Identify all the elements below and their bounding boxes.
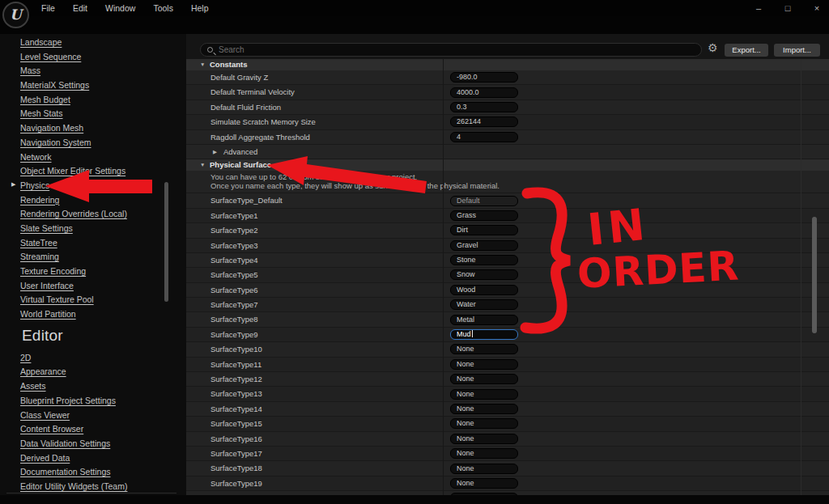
property-value-input[interactable]: Metal (450, 315, 518, 325)
sidebar-item-virtual-texture-pool[interactable]: Virtual Texture Pool (0, 291, 186, 306)
sidebar-scrollbar[interactable] (164, 182, 168, 302)
property-value-input[interactable]: Wood (450, 285, 518, 295)
sidebar-item-label: Class Viewer (20, 410, 70, 420)
sidebar-item-mesh-budget[interactable]: Mesh Budget (0, 91, 186, 106)
collapse-arrow-icon[interactable]: ▼ (200, 159, 205, 171)
property-value-input[interactable]: 4000.0 (450, 87, 518, 98)
sidebar-item-label: Level Sequence (20, 52, 81, 61)
sidebar-item-blueprint-project-settings[interactable]: Blueprint Project Settings (0, 392, 186, 407)
menu-edit[interactable]: Edit (64, 0, 96, 16)
property-value-input[interactable]: 262144 (450, 116, 518, 127)
settings-row-surfacetype15: SurfaceType15None (186, 417, 829, 431)
column-divider[interactable] (443, 59, 444, 495)
property-value-input[interactable]: Gravel (450, 240, 518, 251)
sidebar-item-navigation-system[interactable]: Navigation System (0, 134, 186, 149)
settings-row-surfacetype3: SurfaceType3Gravel (186, 239, 829, 253)
sidebar-item-statetree[interactable]: StateTree (0, 235, 186, 249)
sidebar-item-assets[interactable]: Assets (0, 378, 186, 392)
property-value-input[interactable]: None (450, 404, 518, 414)
sidebar-item-level-sequence[interactable]: Level Sequence (0, 49, 186, 63)
sidebar-item-texture-encoding[interactable]: Texture Encoding (0, 263, 186, 277)
sidebar-item-rendering-overrides-local[interactable]: Rendering Overrides (Local) (0, 205, 186, 220)
property-value-input[interactable]: None (450, 418, 518, 429)
sidebar-item-network[interactable]: Network (0, 149, 186, 163)
property-value-input[interactable]: Snow (450, 269, 518, 280)
sidebar-item-mass[interactable]: Mass (0, 62, 186, 77)
sidebar-item-label: Derived Data (20, 453, 70, 463)
sidebar-item-label: Network (20, 152, 52, 162)
sidebar-item-landscape[interactable]: Landscape (0, 34, 186, 49)
sidebar-item-world-partition[interactable]: World Partition (0, 306, 186, 320)
property-value-input[interactable]: 4 (450, 132, 518, 142)
sidebar-item-label: Documentation Settings (20, 467, 110, 476)
sidebar-item-label: Object Mixer Editor Settings (20, 166, 125, 176)
property-value-input[interactable]: Stone (450, 255, 518, 265)
sidebar-item-data-validation-settings[interactable]: Data Validation Settings (0, 435, 186, 450)
settings-row-surfacetype17: SurfaceType17None (186, 447, 829, 461)
main-scrollbar[interactable] (812, 217, 817, 333)
menu-tools[interactable]: Tools (144, 0, 182, 16)
sidebar-item-label: Appearance (20, 366, 66, 376)
sidebar-item-rendering[interactable]: Rendering (0, 192, 186, 206)
collapse-arrow-icon[interactable]: ▼ (200, 59, 205, 70)
sidebar-item-user-interface[interactable]: User Interface (0, 277, 186, 292)
advanced-row[interactable]: ▶ Advanced (186, 145, 829, 159)
settings-row-default-fluid-friction: Default Fluid Friction0.3 (186, 100, 829, 115)
maximize-icon[interactable]: □ (782, 0, 793, 16)
sidebar-item-navigation-mesh[interactable]: Navigation Mesh (0, 120, 186, 134)
sidebar-item-appearance[interactable]: Appearance (0, 363, 186, 378)
project-settings-panel: ⚙ Export... Import... ▼ Constants Defaul… (186, 34, 829, 495)
property-value-input[interactable]: Mud (450, 329, 518, 340)
settings-row-surfacetype1: SurfaceType1Grass (186, 209, 829, 223)
property-value-input[interactable]: Default (450, 196, 518, 206)
property-value-input[interactable]: -980.0 (450, 72, 518, 83)
property-value-input[interactable]: Water (450, 299, 518, 310)
search-input[interactable] (219, 45, 695, 54)
description-line-1: You can have up to 62 custom surface typ… (210, 172, 829, 181)
property-value-input[interactable]: None (450, 359, 518, 370)
sidebar-item-label: Rendering (20, 195, 59, 205)
sidebar-item-class-viewer[interactable]: Class Viewer (0, 407, 186, 421)
sidebar-item-physics[interactable]: ▶Physics (0, 177, 186, 192)
settings-row-surfacetype6: SurfaceType6Wood (186, 283, 829, 298)
property-value-input[interactable]: Grass (450, 210, 518, 221)
sidebar-item-label: Mesh Stats (20, 108, 63, 118)
settings-gear-icon[interactable]: ⚙ (708, 41, 718, 54)
sidebar-item-editor-utility-widgets-team[interactable]: Editor Utility Widgets (Team) (0, 478, 186, 493)
physical-surface-section-header[interactable]: ▼ Physical Surface (186, 159, 829, 171)
sidebar-item-2d[interactable]: 2D (0, 349, 186, 364)
constants-section-header[interactable]: ▼ Constants (186, 59, 829, 70)
menu-help[interactable]: Help (182, 0, 218, 16)
property-value-input[interactable]: None (450, 389, 518, 400)
sidebar-item-content-browser[interactable]: Content Browser (0, 421, 186, 435)
menu-window[interactable]: Window (96, 0, 144, 16)
sidebar-item-mesh-stats[interactable]: Mesh Stats (0, 105, 186, 120)
sidebar-item-materialx-settings[interactable]: MaterialX Settings (0, 77, 186, 91)
menu-file[interactable]: File (32, 0, 64, 16)
sidebar-item-streaming[interactable]: Streaming (0, 248, 186, 263)
settings-row-surfacetype7: SurfaceType7Water (186, 298, 829, 312)
property-value-input[interactable]: None (450, 448, 518, 459)
property-value-input[interactable]: None (450, 464, 518, 474)
constants-section-label: Constants (210, 60, 247, 69)
sidebar-item-object-mixer-editor-settings[interactable]: Object Mixer Editor Settings (0, 163, 186, 177)
expand-arrow-icon[interactable]: ▶ (213, 145, 217, 159)
property-value-input[interactable]: 0.3 (450, 102, 518, 112)
unreal-engine-logo-icon[interactable]: U (2, 2, 29, 28)
import-button[interactable]: Import... (774, 44, 820, 57)
export-button[interactable]: Export... (725, 44, 768, 57)
property-value-input[interactable]: None (450, 434, 518, 444)
close-icon[interactable]: × (811, 0, 823, 16)
minimize-icon[interactable]: – (753, 0, 764, 16)
property-value-input[interactable]: None (450, 374, 518, 384)
property-value-input[interactable]: None (450, 478, 518, 489)
property-value-input[interactable]: None (450, 344, 518, 354)
search-box[interactable] (200, 43, 702, 57)
sidebar-item-slate-settings[interactable]: Slate Settings (0, 220, 186, 235)
sidebar-item-derived-data[interactable]: Derived Data (0, 450, 186, 464)
property-label: SurfaceType17 (210, 447, 262, 460)
settings-row-surfacetype13: SurfaceType13None (186, 387, 829, 401)
expand-arrow-icon[interactable]: ▶ (11, 177, 15, 192)
sidebar-item-documentation-settings[interactable]: Documentation Settings (0, 464, 186, 478)
property-value-input[interactable]: Dirt (450, 225, 518, 235)
